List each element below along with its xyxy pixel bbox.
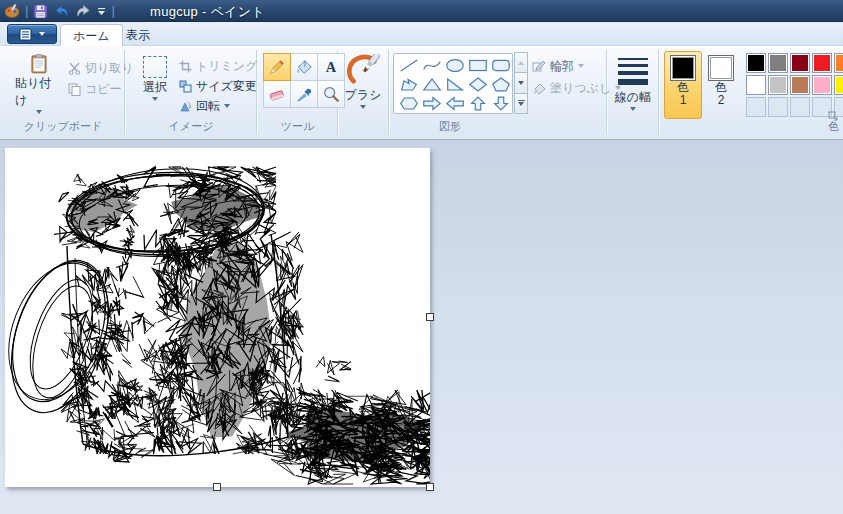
select-button[interactable]: 選択 <box>134 51 176 115</box>
shape-triangle[interactable] <box>420 75 443 94</box>
resize-icon <box>179 80 192 93</box>
shape-line[interactable] <box>397 56 420 75</box>
paint-window: | | mugcup - ペイント ホーム 表示 <box>0 0 843 514</box>
shape-down-arrow[interactable] <box>489 94 512 113</box>
group-label-image: イメージ <box>126 119 256 134</box>
copy-icon <box>68 83 81 96</box>
canvas-resize-handle-corner[interactable] <box>426 483 434 491</box>
canvas-resize-handle-right[interactable] <box>426 313 434 321</box>
crop-button: トリミング <box>179 57 257 75</box>
tab-view[interactable]: 表示 <box>114 24 162 46</box>
application-menu-button[interactable] <box>7 24 57 44</box>
cut-button: 切り取り <box>68 59 134 77</box>
shape-rounded-rectangle[interactable] <box>489 56 512 75</box>
app-menu-caret-icon <box>39 32 45 36</box>
tool-fill[interactable] <box>290 53 318 81</box>
resize-button[interactable]: サイズ変更 <box>179 77 257 95</box>
brush-group: ブラシ <box>339 49 387 137</box>
shape-right-arrow[interactable] <box>420 94 443 113</box>
palette-swatch[interactable] <box>812 53 832 73</box>
save-icon[interactable] <box>33 4 48 19</box>
fill-shape-icon <box>532 81 546 95</box>
palette-swatch[interactable] <box>768 75 788 95</box>
palette-empty-slot <box>746 97 766 117</box>
pencil-icon <box>268 58 286 76</box>
line-width-group: 線の幅 <box>608 49 658 137</box>
paste-caret-icon <box>36 110 42 114</box>
line-width-icon <box>618 54 648 85</box>
shape-rectangle[interactable] <box>466 56 489 75</box>
qat-separator-2: | <box>111 1 114 21</box>
shape-hexagon[interactable] <box>397 94 420 113</box>
rotate-caret-icon <box>224 104 230 108</box>
title-bar: | | mugcup - ペイント <box>0 0 843 22</box>
tool-eyedropper[interactable] <box>290 80 318 108</box>
palette-swatch[interactable] <box>834 75 843 95</box>
group-separator <box>658 50 659 134</box>
palette-swatch[interactable] <box>790 53 810 73</box>
svg-text:A: A <box>326 59 337 75</box>
paint-app-icon[interactable] <box>4 3 20 19</box>
paste-clipboard-icon <box>27 54 51 74</box>
canvas-resize-handle-bottom[interactable] <box>213 483 221 491</box>
shapes-scroll-down-button[interactable] <box>514 72 528 93</box>
outline-caret-icon <box>578 64 584 68</box>
shape-pentagon[interactable] <box>489 75 512 94</box>
palette-swatch[interactable] <box>790 75 810 95</box>
shape-ellipse[interactable] <box>443 56 466 75</box>
color1-button[interactable]: 色 1 <box>664 51 702 119</box>
image-group: 選択 トリミング サイズ変更 回転 イメージ <box>126 49 256 137</box>
ribbon-tab-row: ホーム 表示 <box>0 22 843 46</box>
scroll-down-icon <box>518 81 524 85</box>
shapes-gallery <box>393 53 513 114</box>
scissors-icon <box>68 62 81 75</box>
group-label-colors: 色 <box>828 119 843 134</box>
shape-up-arrow[interactable] <box>466 94 489 113</box>
window-title: mugcup - ペイント <box>150 3 265 21</box>
shape-outline-button[interactable]: 輪郭 <box>532 57 584 75</box>
brush-caret-icon <box>360 105 366 109</box>
palette-swatch[interactable] <box>746 53 766 73</box>
line-width-caret-icon <box>630 107 636 111</box>
eraser-icon <box>268 85 286 103</box>
palette-empty-slot <box>790 97 810 117</box>
shape-freeform-polygon[interactable] <box>397 75 420 94</box>
palette-empty-slot <box>768 97 788 117</box>
palette-swatch[interactable] <box>746 75 766 95</box>
eyedropper-icon <box>295 85 313 103</box>
shapes-more-button[interactable] <box>514 93 528 114</box>
shape-diamond[interactable] <box>466 75 489 94</box>
rotate-button[interactable]: 回転 <box>179 97 230 115</box>
color1-swatch <box>670 55 696 81</box>
palette-swatch[interactable] <box>834 53 843 73</box>
palette-swatch[interactable] <box>812 75 832 95</box>
line-width-button[interactable]: 線の幅 <box>610 51 656 115</box>
more-shapes-icon <box>518 102 524 106</box>
color-palette <box>746 53 843 117</box>
paste-button[interactable]: 貼り付け <box>14 51 64 115</box>
group-label-shapes: 図形 <box>390 119 510 134</box>
qat-separator: | <box>25 1 28 21</box>
tools-grid: A <box>264 54 345 108</box>
shape-right-triangle[interactable] <box>443 75 466 94</box>
color2-button[interactable]: 色 2 <box>702 51 740 119</box>
group-separator <box>388 50 389 134</box>
text-tool-icon: A <box>322 58 340 76</box>
redo-icon <box>75 4 92 19</box>
copy-button: コピー <box>68 80 122 98</box>
crop-icon <box>179 60 192 73</box>
color-dialog-launcher-icon[interactable] <box>828 111 838 121</box>
shape-curve[interactable] <box>420 56 443 75</box>
tool-pencil[interactable] <box>263 53 291 81</box>
brush-button[interactable]: ブラシ <box>341 51 385 115</box>
work-area <box>0 140 843 514</box>
brush-icon <box>346 54 380 86</box>
undo-icon[interactable] <box>53 4 70 19</box>
outline-pen-icon <box>532 59 546 73</box>
shapes-scrollbar <box>514 53 528 114</box>
shape-left-arrow[interactable] <box>443 94 466 113</box>
paint-canvas[interactable] <box>5 148 430 487</box>
tool-eraser[interactable] <box>263 80 291 108</box>
qat-customize-icon[interactable] <box>97 7 106 16</box>
palette-swatch[interactable] <box>768 53 788 73</box>
